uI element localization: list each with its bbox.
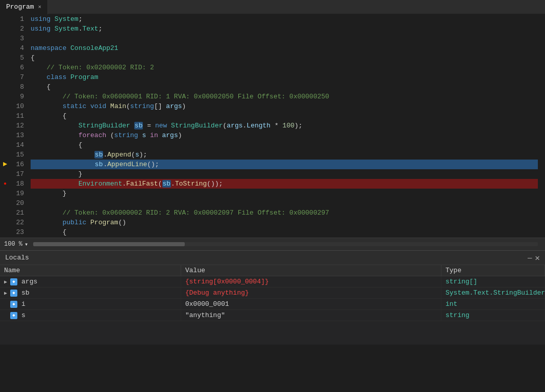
vertical-scrollbar[interactable]: [538, 14, 545, 238]
code-line-21: // Token: 0x06000002 RID: 2 RVA: 0x00002…: [31, 208, 538, 218]
table-row-i: ▶ ◆ i 0x0000_0001 int: [0, 299, 545, 310]
code-line-4: namespace ConsoleApp21: [31, 43, 538, 53]
indicator-15: [0, 150, 10, 160]
expand-i-placeholder: ▶: [4, 301, 7, 307]
expand-args-arrow[interactable]: ▶: [4, 279, 7, 285]
type-classname: StringBuilder: [493, 289, 545, 297]
table-row-sb: ▶ ◆ sb {Debug anything} System.Text.Stri…: [0, 288, 545, 299]
indicator-22: [0, 218, 10, 227]
indicator-10: [0, 101, 10, 111]
code-line-22: public Program(): [31, 218, 538, 227]
zoom-level: 100 %: [4, 241, 22, 248]
code-line-5: {: [31, 53, 538, 63]
indicator-17: [0, 169, 10, 179]
var-icon-i: ◆: [10, 301, 17, 308]
indicator-9: [0, 92, 10, 101]
indicator-20: [0, 198, 10, 208]
table-row-args: ▶ ◆ args {string[0x0000_0004]} string[]: [0, 276, 545, 288]
tab-close-button[interactable]: ×: [38, 4, 42, 10]
cell-value-sb: {Debug anything}: [181, 288, 441, 298]
var-name-i: i: [21, 300, 26, 308]
code-line-11: {: [31, 111, 538, 121]
panel-minimize-button[interactable]: —: [528, 254, 532, 262]
code-line-18: Environment.FailFast(sb.ToString());: [31, 179, 538, 189]
code-line-14: {: [31, 140, 538, 150]
scrollbar-thumb: [33, 242, 185, 246]
cell-value-args: {string[0x0000_0004]}: [181, 276, 441, 287]
tab-title: Program: [6, 3, 34, 11]
table-row-s: ▶ ◆ s "anything" string: [0, 310, 545, 321]
indicator-16: ►: [0, 160, 10, 169]
code-line-3: [31, 34, 538, 43]
indicator-18: ●: [0, 179, 10, 189]
indicator-11: [0, 111, 10, 121]
indicator-8: [0, 82, 10, 92]
indicators-column: ► ●: [0, 14, 10, 237]
code-line-12: StringBuilder sb = new StringBuilder(arg…: [31, 121, 538, 130]
cell-name-sb: ▶ ◆ sb: [0, 288, 181, 298]
indicator-21: [0, 208, 10, 218]
line-numbers: 1 2 3 4 5 6 7 8 9 10 11 12 13 14 15 16 1…: [10, 14, 28, 237]
panel-close-button[interactable]: ✕: [535, 253, 540, 263]
indicator-1: [0, 14, 10, 24]
expand-s-placeholder: ▶: [4, 312, 7, 319]
horizontal-scrollbar[interactable]: [33, 242, 538, 246]
code-line-16: sb.AppendLine();: [31, 160, 538, 169]
col-header-value: Value: [181, 265, 441, 276]
code-line-6: // Token: 0x02000002 RID: 2: [31, 63, 538, 72]
var-name-args: args: [21, 278, 37, 285]
indicator-14: [0, 140, 10, 150]
indicator-19: [0, 189, 10, 198]
code-line-15: sb.Append(s);: [31, 150, 538, 160]
code-line-13: foreach (string s in args): [31, 130, 538, 140]
cell-name-i: ▶ ◆ i: [0, 299, 181, 309]
cell-type-i: int: [441, 299, 545, 309]
locals-table: Name Value Type ▶ ◆ args {string[0x0000_…: [0, 265, 545, 345]
table-header: Name Value Type: [0, 265, 545, 276]
editor-gutter: ► ● 1 2 3 4 5 6 7 8 9: [0, 14, 28, 238]
code-editor: ► ● 1 2 3 4 5 6 7 8 9: [0, 14, 545, 238]
code-line-2: using System.Text;: [31, 24, 538, 34]
indicator-6: [0, 63, 10, 72]
zoom-dropdown-arrow[interactable]: ▾: [24, 241, 28, 248]
panel-title: Locals: [5, 254, 29, 262]
code-line-9: // Token: 0x06000001 RID: 1 RVA: 0x00002…: [31, 92, 538, 101]
code-lines: using System; using System.Text; namespa…: [28, 14, 538, 238]
var-name-sb: sb: [21, 289, 30, 297]
breakpoint-dot[interactable]: ●: [4, 179, 7, 189]
col-header-name: Name: [0, 265, 181, 276]
panel-header: Locals — ✕: [0, 251, 545, 265]
cell-type-s: string: [441, 310, 545, 321]
cell-value-s: "anything": [181, 310, 441, 321]
var-icon-args: ◆: [10, 278, 17, 285]
panel-header-right: — ✕: [528, 253, 540, 263]
indicator-4: [0, 43, 10, 53]
code-line-23: {: [31, 227, 538, 237]
locals-panel: Locals — ✕ Name Value Type ▶ ◆ args {str…: [0, 250, 545, 345]
code-line-7: class Program: [31, 72, 538, 82]
cell-name-s: ▶ ◆ s: [0, 310, 181, 321]
current-line-arrow: ►: [3, 160, 7, 169]
col-header-type: Type: [441, 265, 545, 276]
expand-sb-arrow[interactable]: ▶: [4, 290, 7, 296]
cell-type-args: string[]: [441, 276, 545, 287]
tab-program[interactable]: Program ×: [0, 0, 48, 14]
cell-name-args: ▶ ◆ args: [0, 276, 181, 287]
cell-value-i: 0x0000_0001: [181, 299, 441, 309]
var-icon-sb: ◆: [10, 290, 17, 297]
indicator-2: [0, 24, 10, 34]
var-icon-s: ◆: [10, 312, 17, 319]
code-line-17: }: [31, 169, 538, 179]
code-line-20: [31, 198, 538, 208]
panel-header-left: Locals: [5, 254, 29, 262]
code-line-1: using System;: [31, 14, 538, 24]
indicator-3: [0, 34, 10, 43]
cell-type-sb: System.Text.StringBuilder: [441, 288, 545, 298]
tab-bar: Program ×: [0, 0, 545, 14]
indicator-12: [0, 121, 10, 130]
indicator-7: [0, 72, 10, 82]
var-name-s: s: [21, 311, 26, 319]
indicator-23: [0, 227, 10, 237]
indicator-5: [0, 53, 10, 63]
code-line-10: static void Main(string[] args): [31, 101, 538, 111]
